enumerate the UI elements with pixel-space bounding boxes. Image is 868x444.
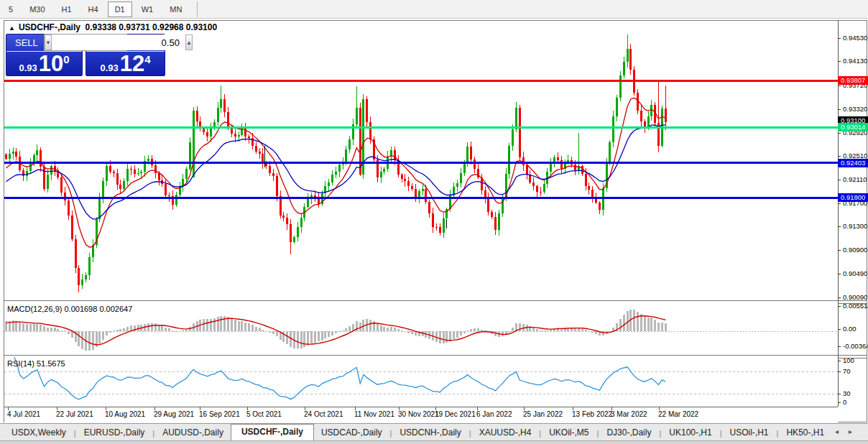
toolbar-separator — [197, 1, 198, 17]
chart-tab-audusd-daily[interactable]: AUDUSD-,Daily — [155, 425, 231, 440]
tab-scroll-left-button[interactable]: ◂ — [835, 427, 849, 435]
date-label: 24 Oct 2021 — [304, 410, 343, 418]
axis-label: -0.003642 — [839, 342, 868, 350]
date-label: 22 Jul 2021 — [56, 410, 93, 418]
price-marker-blue: 0.91800 — [838, 193, 868, 202]
date-label: 10 Aug 2021 — [105, 410, 145, 418]
sell-button-label: SELL — [15, 37, 38, 48]
volume-control: ▼ ▲ — [44, 34, 127, 51]
timeframe-toolbar: 5M30H1H4D1W1MN — [0, 0, 868, 19]
axis-label: 70 — [839, 367, 868, 375]
chart-tab-xauusd-h4[interactable]: XAUUSD-,H4 — [472, 425, 539, 440]
rsi-label: RSI(14) 51.5675 — [7, 359, 65, 368]
rsi-indicator-pane[interactable] — [4, 357, 838, 407]
buy-price-small: 0.93 — [100, 63, 118, 73]
sell-price-big: 10 — [39, 52, 63, 75]
chart-tab-usdchf-daily[interactable]: USDCHF-,Daily — [231, 424, 314, 440]
macd-label: MACD(12,26,9) 0.001698 0.002647 — [7, 305, 132, 313]
date-label: 22 Mar 2022 — [658, 410, 698, 418]
axis-label: 30 — [839, 389, 868, 397]
chart-tab-usdcnh-daily[interactable]: USDCNH-,Daily — [392, 425, 468, 440]
price-marker-green: 0.93014 — [838, 123, 868, 131]
volume-increase-button[interactable]: ▲ — [185, 34, 193, 50]
up-arrow-icon: ▲ — [186, 40, 192, 46]
axis-label: 0.90490 — [839, 269, 868, 277]
date-label: 3 Mar 2022 — [611, 410, 647, 418]
timeframe-button-h1[interactable]: H1 — [55, 1, 79, 17]
date-label: 30 Nov 2021 — [398, 410, 439, 418]
date-label: 13 Feb 2022 — [572, 410, 612, 418]
axis-label: 0.90900 — [839, 246, 868, 254]
sell-price-sup: 0 — [63, 53, 69, 65]
axis-label: 0.00 — [839, 325, 868, 333]
chart-tabs: USDX,Weekly|EURUSD-,Daily|AUDUSD-,DailyU… — [0, 424, 868, 440]
date-label: 5 Oct 2021 — [246, 410, 282, 418]
buy-price: 0.93 12 4 — [86, 52, 165, 75]
timeframe-button-h4[interactable]: H4 — [81, 1, 106, 17]
axis-label: 0.93320 — [839, 105, 868, 113]
chart-symbol-label: USDCHF-,Daily — [19, 22, 80, 32]
date-label: 6 Jan 2022 — [476, 410, 512, 418]
timeframe-button-m30[interactable]: M30 — [22, 1, 52, 17]
date-label: 29 Aug 2021 — [154, 410, 194, 418]
date-label: 16 Sep 2021 — [199, 410, 240, 418]
tab-scroll-arrows: ◂▸ — [835, 427, 862, 435]
axis-label: 0 — [839, 398, 868, 406]
buy-price-sup: 4 — [144, 53, 150, 65]
chart-tab-eurusd-daily[interactable]: EURUSD-,Daily — [77, 425, 152, 440]
chart-tab-dj30-daily[interactable]: DJ30-,Daily — [599, 425, 658, 440]
chart-ohlc-values: 0.93338 0.93731 0.92968 0.93100 — [86, 22, 218, 32]
axis-label: 0.92110 — [839, 175, 868, 183]
down-arrow-icon: ▼ — [45, 40, 51, 46]
date-label: 11 Nov 2021 — [354, 410, 394, 418]
chart-tab-usdcad-daily[interactable]: USDCAD-,Daily — [314, 425, 389, 440]
chart-tab-ukoil-m5[interactable]: UKOil-,M5 — [542, 425, 596, 440]
buy-price-big: 12 — [120, 52, 144, 75]
chart-tab-usdx-weekly[interactable]: USDX,Weekly — [4, 425, 73, 440]
timeframe-button-w1[interactable]: W1 — [134, 1, 161, 17]
chart-tab-uk100-h1[interactable]: UK100-,H1 — [662, 425, 719, 440]
sell-price: 0.93 10 0 — [6, 52, 82, 75]
date-label: 25 Jan 2022 — [523, 410, 563, 418]
timeframe-button-d1[interactable]: D1 — [108, 1, 132, 17]
axis-label: 100 — [839, 356, 868, 364]
chart-tab-usoil-h1[interactable]: USOil-,H1 — [723, 425, 776, 440]
volume-input[interactable] — [52, 34, 185, 50]
axis-label: 0.005514 — [839, 302, 868, 310]
axis-label: 0.90090 — [839, 293, 868, 301]
timeframe-button-mn[interactable]: MN — [162, 1, 189, 17]
price-marker-blue: 0.92403 — [838, 159, 868, 167]
expand-arrow-icon[interactable]: ▲ — [9, 24, 15, 32]
timeframe-button-5[interactable]: 5 — [1, 1, 20, 17]
mt4-terminal: 5M30H1H4D1W1MN ▲USDCHF-,Daily 0.93338 0.… — [0, 0, 868, 444]
axis-label: 0.91300 — [839, 222, 868, 230]
price-marker-red: 0.93807 — [838, 76, 868, 85]
date-label: 4 Jul 2021 — [7, 410, 40, 418]
one-click-trading-panel: SELL 0.93 10 0 BUY 0.93 12 4 ▼ ▲ — [6, 34, 165, 76]
time-scale[interactable]: 4 Jul 202122 Jul 202110 Aug 202129 Aug 2… — [4, 407, 838, 423]
chart-tab-bar: USDX,Weekly|EURUSD-,Daily|AUDUSD-,DailyU… — [0, 423, 868, 444]
axis-label: 0.94130 — [839, 57, 868, 65]
sell-price-small: 0.93 — [19, 63, 37, 73]
volume-decrease-button[interactable]: ▼ — [45, 34, 52, 50]
chart-title: ▲USDCHF-,Daily 0.93338 0.93731 0.92968 0… — [9, 22, 217, 32]
date-label: 19 Dec 2021 — [435, 410, 476, 418]
chart-tab-hk50-h1[interactable]: HK50-,H1 — [779, 425, 831, 440]
tab-bar-strip — [0, 440, 868, 444]
tab-scroll-right-button[interactable]: ▸ — [849, 427, 862, 435]
axis-label: 0.94530 — [839, 34, 868, 42]
